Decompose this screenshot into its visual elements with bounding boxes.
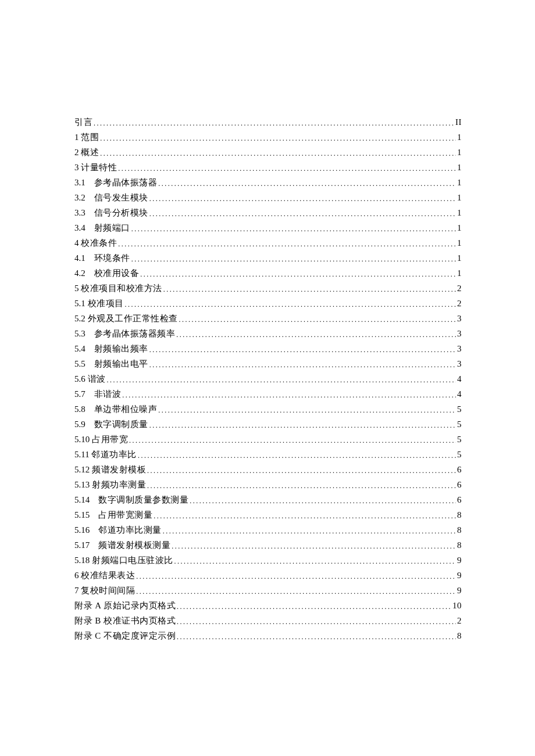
toc-entry-gap: [85, 221, 94, 235]
toc-dot-leader: [140, 267, 456, 282]
toc-dot-leader: [125, 298, 456, 312]
toc-entry-title: 谐波: [88, 372, 106, 386]
toc-entry-gap: [85, 357, 94, 371]
toc-dot-leader: [163, 282, 456, 297]
toc-entry-number: 5.3: [74, 327, 85, 341]
toc-entry-number: 5.14: [74, 493, 90, 507]
toc-entry-gap: [90, 508, 98, 522]
toc-entry-page: 6: [457, 463, 462, 477]
toc-dot-leader: [118, 237, 456, 252]
toc-entry-page: 3: [457, 311, 462, 326]
toc-entry-page: 5: [457, 447, 462, 462]
toc-entry-title: 范围: [81, 130, 99, 145]
toc-entry: 4.2 校准用设备1: [74, 266, 462, 281]
toc-entry-number: 5: [74, 281, 79, 296]
toc-dot-leader: [122, 388, 456, 403]
toc-entry: 4.1 环境条件1: [74, 251, 462, 266]
toc-entry: 5.3 参考晶体振荡器频率3: [74, 327, 462, 342]
toc-entry-title: 频谱发射模板: [92, 463, 146, 477]
toc-dot-leader: [149, 418, 456, 433]
toc-dot-leader: [163, 524, 456, 539]
toc-entry-page: 1: [457, 221, 462, 235]
toc-dot-leader: [136, 585, 456, 599]
toc-dot-leader: [149, 358, 456, 372]
toc-entry-title: 参考晶体振荡器: [94, 175, 158, 190]
toc-dot-leader: [177, 600, 451, 614]
toc-dot-leader: [158, 177, 456, 191]
toc-entry: 5.6 谐波4: [74, 372, 462, 387]
toc-entry-title: 校准结果表达: [81, 568, 135, 583]
toc-entry-page: 3: [457, 327, 462, 341]
toc-dot-leader: [136, 569, 456, 584]
toc-entry-title: 信号发生模块: [94, 191, 148, 205]
toc-entry-gap: [85, 327, 94, 341]
toc-entry-gap: [85, 206, 94, 220]
toc-entry-page: 6: [457, 493, 462, 507]
toc-entry: 5.11 邻道功率比5: [74, 447, 462, 463]
toc-dot-leader: [177, 630, 456, 644]
toc-entry-title: 复校时间间隔: [81, 583, 135, 598]
toc-entry-page: 3: [457, 357, 462, 371]
toc-entry-title: 校准条件: [81, 236, 117, 250]
toc-entry-number: 5.17: [74, 538, 90, 553]
toc-entry-gap: [85, 266, 94, 281]
toc-entry-number: 4.2: [74, 266, 85, 281]
toc-dot-leader: [94, 116, 454, 131]
toc-entry-page: 1: [457, 145, 462, 160]
toc-entry-number: 5.2: [74, 311, 85, 326]
toc-entry: 5 校准项目和校准方法2: [74, 281, 462, 296]
toc-entry-page: 2: [457, 281, 462, 296]
toc-entry-number: 5.8: [74, 402, 85, 417]
toc-entry-gap: [85, 342, 94, 356]
toc-entry-title: 附录 C 不确定度评定示例: [74, 629, 176, 643]
toc-dot-leader: [147, 479, 456, 493]
toc-entry-page: 5: [457, 432, 462, 447]
toc-entry-title: 校准用设备: [94, 266, 140, 281]
toc-entry-number: 4: [74, 236, 79, 250]
toc-entry: 5.13 射频功率测量6: [74, 478, 462, 493]
toc-entry: 3.2 信号发生模块1: [74, 191, 462, 206]
toc-entry-title: 附录 B 校准证书内页格式: [74, 614, 176, 628]
toc-entry-title: 频谱发射模板测量: [98, 538, 170, 553]
toc-entry-title: 单边带相位噪声: [94, 402, 158, 417]
toc-entry-page: 1: [457, 236, 462, 250]
toc-entry-gap: [85, 251, 94, 266]
toc-entry-title: 数字调制质量: [94, 417, 148, 432]
toc-entry-title: 射频端口电压驻波比: [92, 553, 173, 568]
toc-entry-page: 8: [457, 629, 462, 643]
toc-entry-title: 环境条件: [94, 251, 130, 266]
toc-dot-leader: [129, 433, 456, 448]
toc-entry-number: 5.7: [74, 387, 85, 402]
toc-entry: 5.17 频谱发射模板测量8: [74, 538, 462, 553]
toc-entry-page: 8: [457, 508, 462, 522]
toc-entry-page: 2: [457, 614, 462, 628]
toc-entry-page: 1: [457, 191, 462, 205]
toc-dot-leader: [154, 509, 456, 524]
toc-entry: 5.12 频谱发射模板6: [74, 463, 462, 478]
toc-page: 引言II1 范围12 概述13 计量特性13.1 参考晶体振荡器13.2 信号发…: [0, 0, 535, 756]
toc-dot-leader: [176, 328, 456, 342]
toc-entry-title: 射频输出频率: [94, 342, 148, 356]
toc-entry: 3.3 信号分析模块1: [74, 206, 462, 221]
toc-dot-leader: [131, 222, 456, 237]
toc-entry-title: 邻道功率比: [91, 447, 137, 462]
toc-entry-number: 5.6: [74, 372, 85, 386]
toc-entry-title: 占用带宽测量: [98, 508, 152, 522]
toc-entry-page: 4: [457, 372, 462, 386]
toc-entry: 4 校准条件1: [74, 236, 462, 251]
toc-entry-title: 信号分析模块: [94, 206, 148, 220]
toc-entry-title: 射频功率测量: [92, 478, 146, 492]
toc-dot-leader: [107, 373, 456, 388]
toc-entry-number: 5.5: [74, 357, 85, 371]
toc-entry-gap: [90, 493, 98, 507]
toc-entry-number: 5.15: [74, 508, 90, 522]
toc-entry-title: 射频端口: [94, 221, 130, 235]
toc-entry-gap: [85, 387, 94, 402]
toc-dot-leader: [172, 539, 456, 554]
toc-entry: 5.5 射频输出电平3: [74, 357, 462, 372]
toc-entry-gap: [90, 523, 98, 538]
toc-entry-number: 5.18: [74, 553, 90, 568]
toc-dot-leader: [100, 146, 456, 161]
toc-entry-title: 引言: [74, 115, 92, 130]
toc-entry-page: 9: [457, 583, 462, 598]
